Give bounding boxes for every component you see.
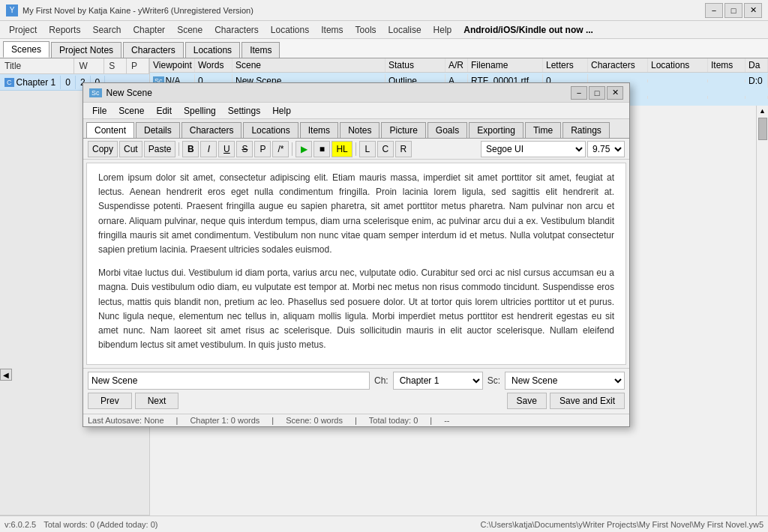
sc-label: Sc: [488, 375, 500, 386]
italic-button[interactable]: I [200, 141, 217, 157]
dialog-tab-time[interactable]: Time [525, 122, 561, 138]
chapter-select[interactable]: Chapter 1 [393, 372, 483, 390]
dialog-tab-ratings[interactable]: Ratings [562, 122, 610, 138]
dialog-tab-picture[interactable]: Picture [381, 122, 425, 138]
menu-reports[interactable]: Reports [43, 23, 86, 37]
col-s: S [104, 58, 127, 73]
scene-name-input[interactable] [88, 372, 370, 390]
dialog-title: Sc New Scene [89, 88, 152, 98]
strikethrough-button[interactable]: S [236, 141, 253, 157]
close-button[interactable]: ✕ [744, 3, 762, 18]
status-file-path: C:\Users\katja\Documents\yWriter Project… [480, 520, 764, 529]
dialog-tab-goals[interactable]: Goals [428, 122, 467, 138]
dialog-maximize[interactable]: □ [589, 86, 605, 100]
dialog-tab-content[interactable]: Content [86, 122, 134, 138]
dialog-menu-settings[interactable]: Settings [222, 104, 266, 118]
scene-select[interactable]: New Scene [505, 372, 625, 390]
highlight-button[interactable]: HL [332, 141, 352, 157]
toolbar-sep-3 [356, 142, 356, 156]
next-button[interactable]: Next [135, 393, 179, 409]
bold-button[interactable]: B [182, 141, 199, 157]
status-total-words: Total words: 0 (Added today: 0) [44, 520, 158, 529]
cut-button[interactable]: Cut [119, 141, 142, 157]
save-exit-button[interactable]: Save and Exit [550, 393, 625, 409]
chapter-title-cell: C Chapter 1 [0, 76, 61, 89]
scene-row2-loc [648, 96, 708, 99]
dialog-tab-locations[interactable]: Locations [243, 122, 298, 138]
tab-project-notes[interactable]: Project Notes [51, 42, 122, 58]
dialog-tab-bar: Content Details Characters Locations Ite… [83, 119, 629, 139]
new-scene-dialog[interactable]: Sc New Scene − □ ✕ File Scene Edit Spell… [82, 82, 630, 427]
dialog-menu-scene[interactable]: Scene [112, 104, 150, 118]
left-scroll-btn[interactable]: ◀ [0, 369, 12, 381]
tab-locations[interactable]: Locations [185, 42, 240, 58]
menu-project[interactable]: Project [3, 23, 43, 37]
status-separator-1: | [176, 416, 178, 425]
align-center-button[interactable]: C [377, 141, 394, 157]
minimize-button[interactable]: − [705, 3, 723, 18]
scroll-up-btn[interactable]: ▲ [758, 106, 767, 116]
tab-scenes[interactable]: Scenes [3, 41, 50, 58]
save-button[interactable]: Save [507, 393, 547, 409]
align-right-button[interactable]: R [395, 141, 412, 157]
dialog-close[interactable]: ✕ [607, 86, 623, 100]
scenes-col-da: Da [746, 58, 768, 72]
col-p: P [127, 58, 149, 73]
scroll-thumb[interactable] [758, 118, 767, 140]
dialog-menu-file[interactable]: File [86, 104, 112, 118]
dialog-tab-characters[interactable]: Characters [182, 122, 242, 138]
dialog-tab-notes[interactable]: Notes [340, 122, 380, 138]
tab-items[interactable]: Items [242, 42, 280, 58]
menu-search[interactable]: Search [86, 23, 127, 37]
dialog-menu-help[interactable]: Help [266, 104, 297, 118]
dialog-minimize[interactable]: − [571, 86, 587, 100]
ch-label: Ch: [374, 375, 388, 386]
dialog-title-bar: Sc New Scene − □ ✕ [83, 83, 629, 103]
chapter-table-header: Title W S P [0, 58, 149, 74]
dialog-menu-spelling[interactable]: Spelling [178, 104, 222, 118]
dialog-status-bar: Last Autosave: None | Chapter 1: 0 words… [83, 414, 629, 426]
menu-scene[interactable]: Scene [171, 23, 208, 37]
font-select[interactable]: Segoe UI [481, 141, 586, 157]
status-chapter-words: Chapter 1: 0 words [190, 416, 260, 425]
menu-localise[interactable]: Localise [382, 23, 428, 37]
menu-tools[interactable]: Tools [350, 23, 382, 37]
paste-button[interactable]: Paste [144, 141, 176, 157]
chapter-icon: C [4, 78, 14, 87]
status-separator-2: | [272, 416, 274, 425]
status-dash: -- [444, 416, 449, 425]
scenes-col-filename: Filename [468, 58, 543, 72]
scenes-table-header: Viewpoint Words Scene Status A/R Filenam… [150, 58, 768, 73]
underline-button[interactable]: U [218, 141, 235, 157]
dialog-title-text: New Scene [106, 88, 152, 98]
tab-characters[interactable]: Characters [123, 42, 184, 58]
chapter-w: 0 [61, 76, 76, 89]
scene-row2-items [708, 96, 746, 99]
menu-characters[interactable]: Characters [208, 23, 265, 37]
dialog-tab-items[interactable]: Items [300, 122, 338, 138]
menu-items[interactable]: Items [315, 23, 349, 37]
maximize-button[interactable]: □ [724, 3, 742, 18]
para-button[interactable]: P [254, 141, 271, 157]
dialog-tab-details[interactable]: Details [136, 122, 180, 138]
main-scrollbar[interactable]: ▲ ▼ [756, 106, 768, 531]
prev-button[interactable]: Prev [88, 393, 132, 409]
dialog-menu-edit[interactable]: Edit [150, 104, 178, 118]
menu-locations[interactable]: Locations [265, 23, 315, 37]
status-separator-3: | [355, 416, 357, 425]
col-title: Title [0, 58, 74, 73]
font-size-select[interactable]: 9.75 [587, 141, 625, 157]
stop-button[interactable]: ■ [314, 141, 330, 157]
scene-name-row: Ch: Chapter 1 Sc: New Scene [88, 372, 625, 390]
play-button[interactable]: ▶ [296, 141, 312, 157]
menu-chapter[interactable]: Chapter [127, 23, 171, 37]
menu-android[interactable]: Android/iOS/Kindle out now ... [458, 23, 599, 37]
copy-button[interactable]: Copy [88, 141, 118, 157]
scenes-col-characters: Characters [588, 58, 648, 72]
dialog-tab-exporting[interactable]: Exporting [469, 122, 524, 138]
scene-editor[interactable]: Lorem ipsum dolor sit amet, consectetur … [86, 163, 626, 365]
comment-button[interactable]: /* [272, 141, 289, 157]
align-left-button[interactable]: L [359, 141, 376, 157]
app-icon: Y [6, 4, 18, 16]
menu-help[interactable]: Help [428, 23, 458, 37]
